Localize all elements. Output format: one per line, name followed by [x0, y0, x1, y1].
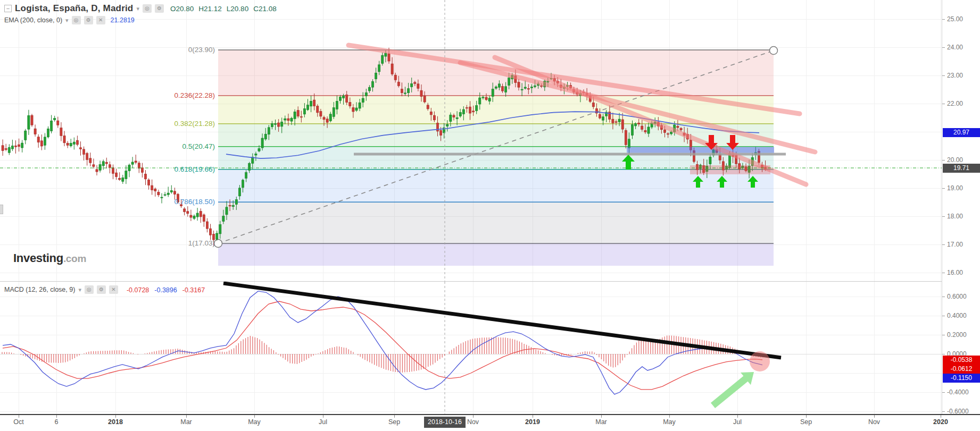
settings-icon[interactable]: ⚙	[84, 16, 93, 24]
fib-level-label: 0.236(22.28)	[0, 90, 215, 101]
fib-level-label: 0.618(19.66)	[0, 164, 215, 175]
time-label: Nov	[467, 418, 479, 426]
chart-window: 0(23.90)0.236(22.28)0.382(21.28)0.5(20.4…	[0, 0, 980, 431]
high-value: H21.12	[198, 5, 222, 13]
axis-tick	[942, 104, 945, 104]
lows-highlight-box[interactable]	[690, 165, 770, 174]
macd-values: -0.0728-0.3896-0.3167	[121, 285, 205, 294]
axis-tick	[942, 411, 945, 412]
time-label: Oct	[13, 418, 23, 426]
open-value: O20.80	[170, 5, 194, 13]
axis-tick	[942, 392, 945, 393]
macd-gridlines	[0, 282, 942, 414]
time-tick	[601, 415, 602, 418]
time-tick	[19, 415, 19, 418]
axis-tick-label: 0.2000	[947, 331, 967, 339]
fib-level-label: 1(17.03)	[0, 238, 215, 249]
time-label: 6	[55, 418, 59, 426]
axis-tick-label: 22.00	[947, 100, 963, 107]
chevron-down-icon[interactable]: ▾	[78, 286, 81, 293]
time-tick	[669, 415, 670, 418]
breakout-highlight-circle[interactable]	[750, 351, 770, 371]
symbol-legend: − Logista, España, D, Madrid ▾ ◎ ⚙ O20.8…	[4, 3, 281, 14]
price-axis[interactable]: 25.0024.0023.0022.0020.0019.0018.0017.00…	[942, 0, 980, 431]
time-label: Jul	[319, 418, 327, 426]
axis-tick	[942, 19, 945, 20]
time-label: 2018	[108, 418, 123, 426]
macd-value: -0.3167	[182, 286, 205, 294]
axis-tick-label: 0.6000	[947, 293, 967, 300]
time-label: Nov	[868, 418, 880, 426]
fib-level-label: 0(23.90)	[0, 45, 215, 55]
visibility-icon[interactable]: ◎	[85, 285, 94, 294]
close-icon[interactable]: ✕	[109, 285, 118, 294]
axis-tick-label: 0.4000	[947, 312, 967, 319]
fib-level-label: 0.382(21.28)	[0, 119, 215, 129]
symbol-title[interactable]: Logista, España, D, Madrid	[15, 3, 133, 14]
time-axis[interactable]: Oct62018MarMayJulSepNov2019MarMayJulSepN…	[0, 414, 980, 431]
ema-value: 21.2819	[111, 16, 135, 24]
time-tick	[394, 415, 395, 418]
drawing-handle[interactable]	[770, 47, 778, 55]
drawings-panel-handle[interactable]	[0, 205, 3, 214]
fib-level-label: 0.786(18.50)	[0, 197, 215, 207]
fib-level-label: 0.5(20.47)	[0, 141, 215, 152]
time-label: May	[663, 418, 676, 426]
time-tick	[254, 415, 255, 418]
axis-tick-label: -0.4000	[947, 388, 969, 396]
axis-tick-label: 16.00	[947, 269, 963, 276]
chevron-down-icon[interactable]: ▾	[65, 17, 69, 24]
axis-tick-label: 20.00	[947, 156, 963, 164]
time-tick	[941, 415, 941, 418]
low-value: L20.80	[227, 5, 248, 13]
macd-downtrend-line-black[interactable]	[223, 283, 781, 358]
axis-tick	[942, 297, 945, 297]
axis-tick-label: 17.00	[947, 241, 963, 248]
macd-value: -0.3896	[154, 286, 177, 294]
time-label: Sep	[388, 418, 400, 426]
axis-tick	[942, 354, 945, 354]
macd-value: -0.0728	[127, 286, 149, 294]
drawing-handle[interactable]	[214, 240, 222, 248]
crosshair-date-badge: 2018-10-16	[424, 417, 466, 428]
support-line-gray[interactable]	[354, 153, 786, 156]
axis-tick-label: 24.00	[947, 44, 963, 51]
axis-tick	[942, 244, 945, 245]
visibility-icon[interactable]: ◎	[143, 4, 152, 13]
time-tick	[473, 415, 474, 418]
macd-legend: MACD (12, 26, close, 9) ▾ ◎ ⚙ ✕ -0.0728-…	[4, 285, 205, 294]
investing-logo[interactable]: Investing.com	[13, 251, 86, 265]
settings-icon[interactable]: ⚙	[97, 285, 106, 294]
macd-momentum-arrow[interactable]	[711, 372, 754, 408]
ema-label[interactable]: EMA (200, close, 0)	[4, 16, 62, 24]
collapse-pane-icon[interactable]: −	[4, 5, 12, 12]
axis-tick	[942, 75, 945, 76]
axis-tick	[942, 316, 945, 316]
time-label: May	[248, 418, 261, 426]
time-label: Mar	[595, 418, 607, 426]
time-tick	[323, 415, 323, 418]
time-tick	[533, 415, 533, 418]
price-badge: 19.71	[943, 164, 980, 173]
axis-tick	[942, 47, 945, 48]
time-tick	[737, 415, 738, 418]
axis-tick-label: 18.00	[947, 213, 963, 220]
pane-separator[interactable]	[0, 281, 980, 282]
time-label: 2019	[525, 418, 540, 426]
chevron-down-icon[interactable]: ▾	[136, 5, 139, 12]
close-value: C21.08	[253, 5, 277, 13]
axis-tick-label: 23.00	[947, 72, 963, 79]
time-tick	[806, 415, 807, 418]
resistance-band-blue[interactable]	[627, 147, 774, 153]
visibility-icon[interactable]: ◎	[72, 16, 81, 24]
ema-legend: EMA (200, close, 0) ▾ ◎ ⚙ ✕ 21.2819	[4, 16, 135, 24]
macd-pane[interactable]	[0, 282, 942, 414]
macd-label[interactable]: MACD (12, 26, close, 9)	[4, 286, 75, 293]
axis-tick	[942, 273, 945, 273]
time-label: Jul	[733, 418, 742, 426]
close-icon[interactable]: ✕	[96, 16, 105, 24]
time-tick	[186, 415, 187, 418]
price-badge: 20.97	[943, 128, 980, 137]
settings-icon[interactable]: ⚙	[155, 4, 164, 13]
ohlc-values: O20.80H21.12L20.80C21.08	[170, 5, 281, 13]
